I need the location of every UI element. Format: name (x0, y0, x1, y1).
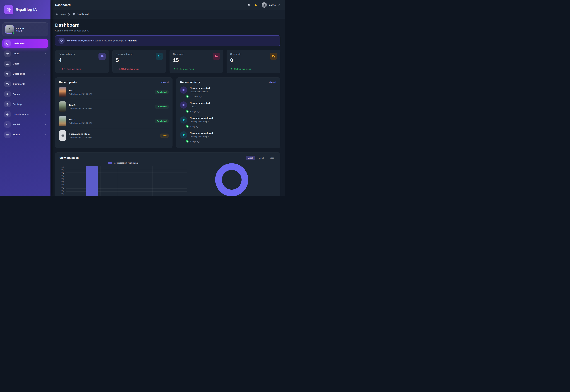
person-icon (263, 3, 266, 7)
post-item-test-2[interactable]: Test 2Published on 25/10/2025Published (59, 85, 169, 99)
post-thumbnail-coastal-town (59, 116, 66, 126)
charts-area: Visualizzazioni (settimana) 1,00,90,80,7… (59, 161, 276, 196)
recent-activity-view-all[interactable]: View all (269, 81, 277, 84)
welcome-text: Welcome Back, mastro! Second to last tim… (67, 39, 137, 42)
recent-posts-view-all[interactable]: View all (161, 81, 169, 84)
bar-chart-legend: Visualizzazioni (settimana) (59, 162, 187, 164)
chevron-right-icon (44, 63, 46, 65)
arrow-down-icon (59, 68, 61, 70)
chevron-right-icon (44, 113, 46, 115)
sidebar-item-label: Social (13, 123, 20, 126)
comments-icon (270, 53, 277, 60)
post-date: Published on 25/10/2025 (69, 122, 92, 124)
stat-value: 5 (116, 57, 163, 63)
users-icon (4, 61, 11, 67)
chevron-down-icon (277, 3, 280, 7)
y-tick-label: 0,1 (62, 193, 64, 195)
activity-time: 1 day ago (190, 125, 199, 128)
topbar: Dashboard mastro (51, 0, 285, 10)
post-title: Test 1 (69, 104, 92, 106)
sidebar-item-posts[interactable]: Posts (2, 49, 48, 58)
activity-title: New user registered (190, 131, 213, 134)
y-tick-label: 0,9 (62, 169, 64, 171)
sidebar-item-categories[interactable]: Categories (2, 70, 48, 78)
breadcrumb-home-label: Home (60, 13, 66, 15)
topbar-user-name: mastro (268, 4, 276, 6)
user-plus-icon (180, 131, 187, 139)
bar-column (118, 166, 135, 196)
check-circle-icon (186, 140, 189, 142)
post-thumbnail-placeholder (59, 130, 66, 141)
chevron-right-icon (44, 123, 46, 126)
activity-subtitle: "Test 3" (190, 105, 210, 108)
tab-week[interactable]: Week (246, 156, 255, 160)
sidebar-item-menus[interactable]: Menus (2, 130, 48, 139)
y-tick-label: 0,3 (62, 187, 64, 189)
bell-icon[interactable] (247, 3, 250, 7)
arrow-up-icon (230, 68, 233, 70)
stat-card-registered-users: Registered users5100% from last week (112, 50, 166, 73)
activity-title: New post created (190, 86, 210, 90)
bar-chart-plot (66, 166, 187, 196)
post-date: Published on 25/10/2025 (69, 107, 92, 110)
user-menu[interactable]: mastro (262, 2, 280, 8)
tab-year[interactable]: Year (267, 156, 276, 160)
share-icon (4, 121, 11, 128)
activity-title: New user registered (190, 116, 213, 120)
breadcrumb-home[interactable]: Home (55, 13, 66, 16)
tags-icon (213, 53, 220, 60)
legend-swatch (108, 162, 112, 164)
sidebar-item-cookie-scans[interactable]: Cookie Scans (2, 110, 48, 119)
tab-month[interactable]: Month (256, 156, 267, 160)
post-thumbnail-performer-red (59, 101, 66, 112)
y-tick-label: 0,5 (62, 181, 64, 183)
y-tick-label: 0,4 (62, 184, 64, 186)
y-tick-label: 0,2 (62, 190, 64, 192)
activity-title: New post created (190, 101, 210, 105)
donut-chart: Reviews (187, 161, 276, 196)
sidebar-item-users[interactable]: Users (2, 59, 48, 68)
post-item-test-3[interactable]: Test 3Published on 25/10/2025Published (59, 114, 169, 128)
stat-value: 4 (59, 57, 105, 63)
gear-icon (4, 101, 11, 107)
welcome-body: Second to last time you logged in: (93, 39, 128, 42)
post-item-test-1[interactable]: Test 1Published on 25/10/2025Published (59, 99, 169, 114)
sidebar-item-dashboard[interactable]: Dashboard (2, 39, 48, 48)
person-icon (8, 28, 11, 31)
sidebar-item-label: Posts (13, 52, 19, 55)
stat-delta: 0% from last week (230, 68, 251, 70)
dashboard-app: GigaBlog IA mastro ADMIN DashboardPostsU… (0, 0, 285, 196)
bar (86, 166, 98, 196)
sidebar-item-label: Users (13, 62, 19, 65)
clock-icon-glyph (60, 39, 63, 42)
activity-item: New user registeredAdmin joined BlogIA1 … (180, 115, 277, 130)
sidebar-item-label: Dashboard (13, 42, 25, 45)
sidebar-item-social[interactable]: Social (2, 120, 48, 129)
sidebar-item-settings[interactable]: Settings (2, 100, 48, 109)
sidebar-item-label: Pages (13, 93, 20, 96)
main-content: Dashboard General overview of your BlogI… (51, 19, 285, 196)
arrow-up-icon (173, 68, 175, 70)
pie-chart-icon (4, 40, 11, 47)
bar-column (170, 166, 187, 196)
sidebar-item-pages[interactable]: Pages (2, 90, 48, 98)
recent-activity-list: New post created"Bozza senza titolo"21 h… (180, 85, 277, 145)
stats-row: Published posts467% from last weekRegist… (55, 50, 280, 73)
newspaper-icon (98, 53, 106, 60)
sidebar-user-card[interactable]: mastro ADMIN (2, 22, 48, 36)
chevron-right-icon (44, 53, 46, 55)
brand-title: GigaBlog IA (16, 7, 37, 12)
recent-activity-panel: Recent activity View all New post create… (176, 77, 280, 148)
bar-column (153, 166, 170, 196)
brain-icon (6, 7, 12, 13)
moon-icon[interactable] (254, 3, 258, 7)
sidebar-item-label: Categories (13, 72, 25, 75)
sidebar-item-comments[interactable]: Comments (2, 80, 48, 88)
sidebar: GigaBlog IA mastro ADMIN DashboardPostsU… (0, 0, 51, 196)
donut-ring (215, 163, 248, 196)
stat-delta: 0% from last week (173, 68, 194, 70)
post-item-bozza-senza-titolo[interactable]: Bozza senza titoloPublished on 27/10/202… (59, 128, 169, 143)
post-date: Published on 25/10/2025 (69, 93, 92, 95)
sidebar-menu: DashboardPostsUsersCategoriesCommentsPag… (0, 39, 51, 140)
activity-time: 21 hours ago (190, 95, 202, 98)
